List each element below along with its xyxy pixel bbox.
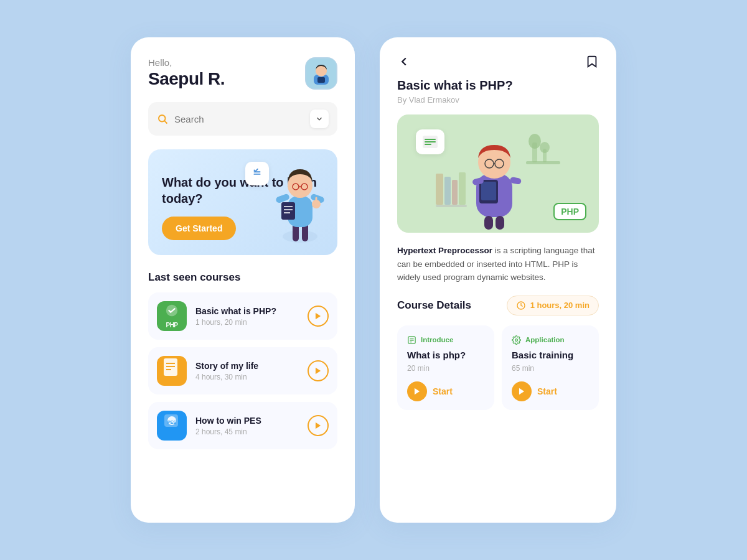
module-time-1: 20 min [407,364,484,373]
search-icon [157,113,168,124]
start-label-1: Start [433,386,453,396]
start-icon-1 [407,381,427,401]
bookmark-button[interactable] [585,55,599,68]
description-bold: Hypertext Preprocessor [397,246,492,255]
svg-rect-48 [459,172,466,205]
svg-rect-13 [275,193,290,203]
module-tag-label-2: Application [525,336,565,343]
banner-illustration [256,156,337,255]
course-details-row: Course Details 1 hours, 20 min [397,296,599,315]
course-description: Hypertext Preprocessor is a scripting la… [397,244,599,284]
course-item[interactable]: PHP Basic what is PHP? 1 hours, 20 min [148,292,337,340]
course-duration-2: 4 hours, 30 min [195,373,299,381]
course-name-1: Basic what is PHP? [195,306,299,316]
svg-rect-59 [484,216,493,230]
course-hero: PHP [397,114,599,233]
banner: What do you want to learn today? Get Sta… [148,149,337,255]
svg-point-4 [159,115,166,122]
search-dropdown-button[interactable] [310,110,329,128]
course-info-1: Basic what is PHP? 1 hours, 20 min [195,306,299,327]
start-button-1[interactable]: Start [407,381,484,401]
course-item-3[interactable]: PES How to win PES 2 hours, 45 min [148,402,337,449]
course-thumb-story [157,356,187,386]
introduce-icon [407,335,416,345]
module-tag-label-1: Introduce [421,336,453,343]
left-card: Hello, Saepul R. [131,37,355,523]
course-item-2[interactable]: Story of my life 4 hours, 30 min [148,347,337,394]
module-card-1: Introduce What is php? 20 min Start [397,325,494,410]
module-card-2: Application Basic training 65 min Start [502,325,599,410]
php-badge: PHP [553,203,586,220]
course-name-2: Story of my life [195,361,299,371]
svg-rect-45 [436,174,443,205]
duration-badge: 1 hours, 20 min [507,296,599,315]
module-name-1: What is php? [407,350,484,360]
start-icon-2 [512,381,532,401]
svg-marker-68 [519,388,524,395]
play-button-1[interactable] [308,306,329,327]
svg-rect-40 [526,161,560,164]
user-info: Hello, Saepul R. [148,57,225,89]
detail-author: By Vlad Ermakov [397,95,599,105]
play-button-2[interactable] [308,360,329,381]
avatar[interactable] [305,57,337,90]
svg-point-67 [515,338,518,341]
course-thumb-php: PHP [157,301,187,331]
get-started-button[interactable]: Get Started [162,217,236,240]
module-tag-2: Application [512,335,589,345]
svg-rect-47 [452,180,458,205]
start-label-2: Start [537,386,557,396]
clock-icon [516,301,526,310]
svg-point-9 [283,230,317,243]
course-details-label: Course Details [397,299,471,312]
course-list: PHP Basic what is PHP? 1 hours, 20 min [148,292,337,449]
module-name-2: Basic training [512,350,589,360]
search-input[interactable] [174,114,304,124]
svg-rect-60 [496,216,504,230]
svg-rect-19 [281,202,295,220]
course-duration-1: 1 hours, 20 min [195,318,299,327]
search-bar[interactable] [148,102,337,136]
svg-rect-56 [481,182,496,200]
module-time-2: 65 min [512,364,589,373]
detail-title: Basic what is PHP? [397,78,599,93]
svg-rect-49 [436,205,467,207]
course-info-3: How to win PES 2 hours, 45 min [195,416,299,436]
module-grid: Introduce What is php? 20 min Start Appl… [397,325,599,410]
svg-marker-66 [415,388,420,395]
svg-rect-46 [444,177,451,205]
application-icon [512,335,521,345]
greeting-text: Hello, [148,57,225,68]
svg-marker-31 [316,368,321,375]
svg-point-42 [529,134,541,149]
start-button-2[interactable]: Start [512,381,589,401]
header-row: Hello, Saepul R. [148,57,337,90]
play-button-3[interactable] [308,415,329,436]
svg-rect-3 [317,77,325,83]
module-tag-1: Introduce [407,335,484,345]
svg-text:PES: PES [167,420,176,424]
back-button[interactable] [397,55,411,68]
svg-marker-35 [316,422,321,429]
user-name: Saepul R. [148,69,225,89]
duration-badge-text: 1 hours, 20 min [530,301,590,310]
course-info-2: Story of my life 4 hours, 30 min [195,361,299,381]
svg-marker-26 [316,313,321,320]
course-duration-3: 2 hours, 45 min [195,427,299,436]
svg-line-5 [164,121,167,123]
detail-header [397,55,599,68]
course-name-3: How to win PES [195,416,299,426]
svg-point-44 [540,142,550,153]
course-thumb-pes: PES [157,411,187,441]
courses-section-label: Last seen courses [148,271,337,284]
right-card: Basic what is PHP? By Vlad Ermakov [380,37,616,523]
